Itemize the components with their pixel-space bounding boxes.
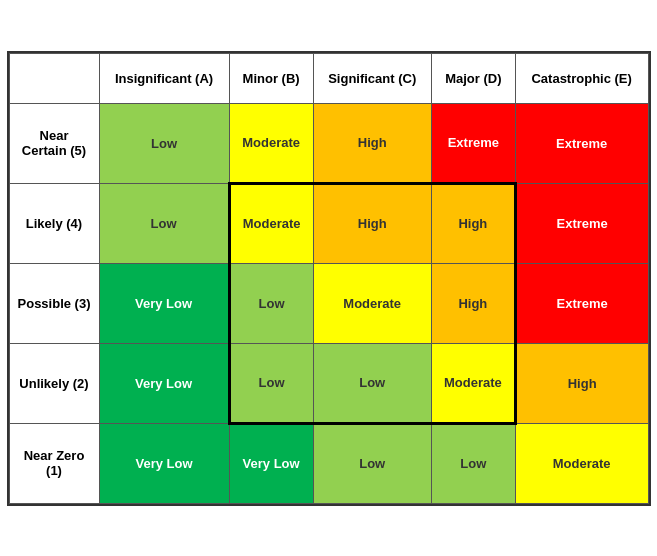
cell-r2-c4: Extreme xyxy=(515,263,648,343)
cell-r0-c4: Extreme xyxy=(515,103,648,183)
cell-r4-c4: Moderate xyxy=(515,423,648,503)
cell-r4-c2: Low xyxy=(313,423,431,503)
cell-r1-c1: Moderate xyxy=(229,183,313,263)
cell-r2-c2: Moderate xyxy=(313,263,431,343)
cell-r4-c0: Very Low xyxy=(99,423,229,503)
cell-r4-c1: Very Low xyxy=(229,423,313,503)
row-header-3: Unlikely (2) xyxy=(9,343,99,423)
cell-r3-c2: Low xyxy=(313,343,431,423)
corner-cell xyxy=(9,53,99,103)
cell-r3-c0: Very Low xyxy=(99,343,229,423)
cell-r0-c3: Extreme xyxy=(431,103,515,183)
col-header-e: Catastrophic (E) xyxy=(515,53,648,103)
cell-r1-c3: High xyxy=(431,183,515,263)
cell-r0-c1: Moderate xyxy=(229,103,313,183)
risk-matrix: Insignificant (A)Minor (B)Significant (C… xyxy=(7,51,651,506)
cell-r3-c1: Low xyxy=(229,343,313,423)
row-header-2: Possible (3) xyxy=(9,263,99,343)
cell-r0-c0: Low xyxy=(99,103,229,183)
col-header-c: Significant (C) xyxy=(313,53,431,103)
cell-r4-c3: Low xyxy=(431,423,515,503)
col-header-b: Minor (B) xyxy=(229,53,313,103)
cell-r1-c0: Low xyxy=(99,183,229,263)
col-header-d: Major (D) xyxy=(431,53,515,103)
col-header-a: Insignificant (A) xyxy=(99,53,229,103)
row-header-4: Near Zero (1) xyxy=(9,423,99,503)
row-header-0: Near Certain (5) xyxy=(9,103,99,183)
cell-r1-c4: Extreme xyxy=(515,183,648,263)
cell-r0-c2: High xyxy=(313,103,431,183)
row-header-1: Likely (4) xyxy=(9,183,99,263)
cell-r1-c2: High xyxy=(313,183,431,263)
cell-r3-c4: High xyxy=(515,343,648,423)
cell-r2-c1: Low xyxy=(229,263,313,343)
cell-r2-c0: Very Low xyxy=(99,263,229,343)
cell-r2-c3: High xyxy=(431,263,515,343)
cell-r3-c3: Moderate xyxy=(431,343,515,423)
